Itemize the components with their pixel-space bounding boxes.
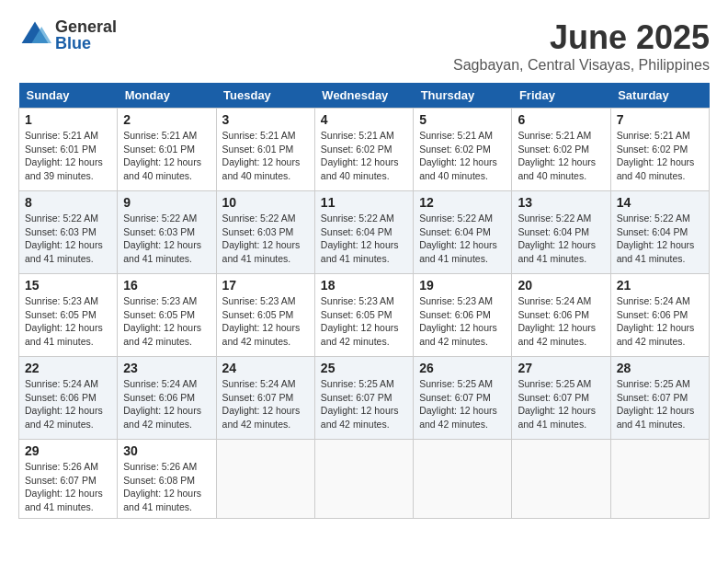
day-info: Sunrise: 5:25 AM Sunset: 6:07 PM Dayligh…: [617, 377, 703, 431]
day-info: Sunrise: 5:21 AM Sunset: 6:01 PM Dayligh…: [222, 129, 309, 183]
day-info: Sunrise: 5:23 AM Sunset: 6:05 PM Dayligh…: [25, 294, 111, 349]
calendar-cell: 30Sunrise: 5:26 AM Sunset: 6:08 PM Dayli…: [118, 440, 216, 519]
calendar-cell: 24Sunrise: 5:24 AM Sunset: 6:07 PM Dayli…: [216, 357, 314, 440]
table-row: 22Sunrise: 5:24 AM Sunset: 6:06 PM Dayli…: [19, 357, 710, 440]
day-info: Sunrise: 5:22 AM Sunset: 6:04 PM Dayligh…: [518, 212, 604, 266]
day-info: Sunrise: 5:23 AM Sunset: 6:05 PM Dayligh…: [321, 294, 407, 349]
day-info: Sunrise: 5:22 AM Sunset: 6:03 PM Dayligh…: [222, 212, 309, 266]
calendar-cell: [512, 440, 610, 519]
calendar-cell: 23Sunrise: 5:24 AM Sunset: 6:06 PM Dayli…: [118, 357, 216, 440]
calendar-cell: 7Sunrise: 5:21 AM Sunset: 6:02 PM Daylig…: [610, 109, 709, 191]
table-row: 15Sunrise: 5:23 AM Sunset: 6:05 PM Dayli…: [19, 274, 710, 357]
calendar-cell: 19Sunrise: 5:23 AM Sunset: 6:06 PM Dayli…: [414, 274, 512, 357]
day-info: Sunrise: 5:24 AM Sunset: 6:07 PM Dayligh…: [222, 377, 309, 431]
day-number: 30: [123, 443, 210, 458]
calendar-cell: 25Sunrise: 5:25 AM Sunset: 6:07 PM Dayli…: [314, 357, 413, 440]
calendar-cell: 17Sunrise: 5:23 AM Sunset: 6:05 PM Dayli…: [216, 274, 314, 357]
page-header: General Blue June 2025 Sagbayan, Central…: [18, 18, 710, 74]
day-number: 29: [25, 443, 111, 458]
day-number: 20: [518, 278, 604, 293]
day-info: Sunrise: 5:26 AM Sunset: 6:07 PM Dayligh…: [25, 460, 111, 514]
day-number: 18: [321, 278, 407, 293]
day-number: 8: [25, 195, 111, 210]
day-info: Sunrise: 5:22 AM Sunset: 6:04 PM Dayligh…: [321, 212, 407, 266]
day-info: Sunrise: 5:25 AM Sunset: 6:07 PM Dayligh…: [518, 377, 604, 431]
day-number: 19: [419, 278, 506, 293]
day-number: 28: [617, 361, 703, 375]
logo-blue-text: Blue: [55, 35, 117, 52]
day-info: Sunrise: 5:24 AM Sunset: 6:06 PM Dayligh…: [518, 294, 604, 349]
month-title: June 2025: [453, 18, 710, 57]
calendar-cell: 28Sunrise: 5:25 AM Sunset: 6:07 PM Dayli…: [610, 357, 709, 440]
calendar-cell: 8Sunrise: 5:22 AM Sunset: 6:03 PM Daylig…: [19, 191, 118, 274]
calendar-cell: 5Sunrise: 5:21 AM Sunset: 6:02 PM Daylig…: [414, 109, 512, 191]
calendar-cell: 14Sunrise: 5:22 AM Sunset: 6:04 PM Dayli…: [610, 191, 709, 274]
calendar-cell: 16Sunrise: 5:23 AM Sunset: 6:05 PM Dayli…: [118, 274, 216, 357]
day-number: 11: [321, 195, 407, 210]
day-info: Sunrise: 5:24 AM Sunset: 6:06 PM Dayligh…: [617, 294, 703, 349]
calendar-cell: 20Sunrise: 5:24 AM Sunset: 6:06 PM Dayli…: [512, 274, 610, 357]
day-number: 5: [419, 112, 506, 127]
day-number: 27: [518, 361, 604, 375]
logo: General Blue: [18, 18, 117, 52]
day-number: 10: [222, 195, 309, 210]
calendar-cell: 29Sunrise: 5:26 AM Sunset: 6:07 PM Dayli…: [19, 440, 118, 519]
title-area: June 2025 Sagbayan, Central Visayas, Phi…: [453, 18, 710, 74]
day-info: Sunrise: 5:24 AM Sunset: 6:06 PM Dayligh…: [25, 377, 111, 431]
calendar-cell: [414, 440, 512, 519]
calendar-cell: 18Sunrise: 5:23 AM Sunset: 6:05 PM Dayli…: [314, 274, 413, 357]
day-info: Sunrise: 5:21 AM Sunset: 6:01 PM Dayligh…: [123, 129, 210, 183]
calendar-table: Sunday Monday Tuesday Wednesday Thursday…: [18, 83, 710, 519]
day-info: Sunrise: 5:22 AM Sunset: 6:03 PM Dayligh…: [25, 212, 111, 266]
day-number: 4: [321, 112, 407, 127]
calendar-cell: 10Sunrise: 5:22 AM Sunset: 6:03 PM Dayli…: [216, 191, 314, 274]
day-number: 25: [321, 361, 407, 375]
day-info: Sunrise: 5:21 AM Sunset: 6:01 PM Dayligh…: [25, 129, 111, 183]
col-tuesday: Tuesday: [216, 83, 314, 109]
calendar-cell: 2Sunrise: 5:21 AM Sunset: 6:01 PM Daylig…: [118, 109, 216, 191]
day-number: 6: [518, 112, 604, 127]
col-monday: Monday: [118, 83, 216, 109]
calendar-cell: 27Sunrise: 5:25 AM Sunset: 6:07 PM Dayli…: [512, 357, 610, 440]
calendar-cell: [216, 440, 314, 519]
logo-text: General Blue: [55, 18, 117, 52]
day-number: 9: [123, 195, 210, 210]
calendar-cell: 26Sunrise: 5:25 AM Sunset: 6:07 PM Dayli…: [414, 357, 512, 440]
day-info: Sunrise: 5:23 AM Sunset: 6:05 PM Dayligh…: [222, 294, 309, 349]
day-number: 1: [25, 112, 111, 127]
day-info: Sunrise: 5:23 AM Sunset: 6:06 PM Dayligh…: [419, 294, 506, 349]
day-info: Sunrise: 5:22 AM Sunset: 6:03 PM Dayligh…: [123, 212, 210, 266]
day-info: Sunrise: 5:25 AM Sunset: 6:07 PM Dayligh…: [419, 377, 506, 431]
day-info: Sunrise: 5:23 AM Sunset: 6:05 PM Dayligh…: [123, 294, 210, 349]
day-number: 12: [419, 195, 506, 210]
day-number: 3: [222, 112, 309, 127]
location-title: Sagbayan, Central Visayas, Philippines: [453, 57, 710, 74]
logo-icon: [18, 18, 51, 52]
day-info: Sunrise: 5:21 AM Sunset: 6:02 PM Dayligh…: [518, 129, 604, 183]
day-info: Sunrise: 5:21 AM Sunset: 6:02 PM Dayligh…: [419, 129, 506, 183]
calendar-cell: 9Sunrise: 5:22 AM Sunset: 6:03 PM Daylig…: [118, 191, 216, 274]
calendar-cell: 1Sunrise: 5:21 AM Sunset: 6:01 PM Daylig…: [19, 109, 118, 191]
day-number: 15: [25, 278, 111, 293]
day-info: Sunrise: 5:21 AM Sunset: 6:02 PM Dayligh…: [321, 129, 407, 183]
day-number: 21: [617, 278, 703, 293]
day-number: 24: [222, 361, 309, 375]
col-friday: Friday: [512, 83, 610, 109]
day-number: 26: [419, 361, 506, 375]
header-row: Sunday Monday Tuesday Wednesday Thursday…: [19, 83, 710, 109]
calendar-cell: 13Sunrise: 5:22 AM Sunset: 6:04 PM Dayli…: [512, 191, 610, 274]
calendar-cell: 15Sunrise: 5:23 AM Sunset: 6:05 PM Dayli…: [19, 274, 118, 357]
day-number: 17: [222, 278, 309, 293]
col-wednesday: Wednesday: [314, 83, 413, 109]
table-row: 1Sunrise: 5:21 AM Sunset: 6:01 PM Daylig…: [19, 109, 710, 191]
calendar-cell: 3Sunrise: 5:21 AM Sunset: 6:01 PM Daylig…: [216, 109, 314, 191]
day-number: 13: [518, 195, 604, 210]
col-thursday: Thursday: [414, 83, 512, 109]
calendar-cell: 4Sunrise: 5:21 AM Sunset: 6:02 PM Daylig…: [314, 109, 413, 191]
col-sunday: Sunday: [19, 83, 118, 109]
day-info: Sunrise: 5:22 AM Sunset: 6:04 PM Dayligh…: [419, 212, 506, 266]
day-info: Sunrise: 5:21 AM Sunset: 6:02 PM Dayligh…: [617, 129, 703, 183]
day-number: 23: [123, 361, 210, 375]
table-row: 29Sunrise: 5:26 AM Sunset: 6:07 PM Dayli…: [19, 440, 710, 519]
calendar-cell: [610, 440, 709, 519]
